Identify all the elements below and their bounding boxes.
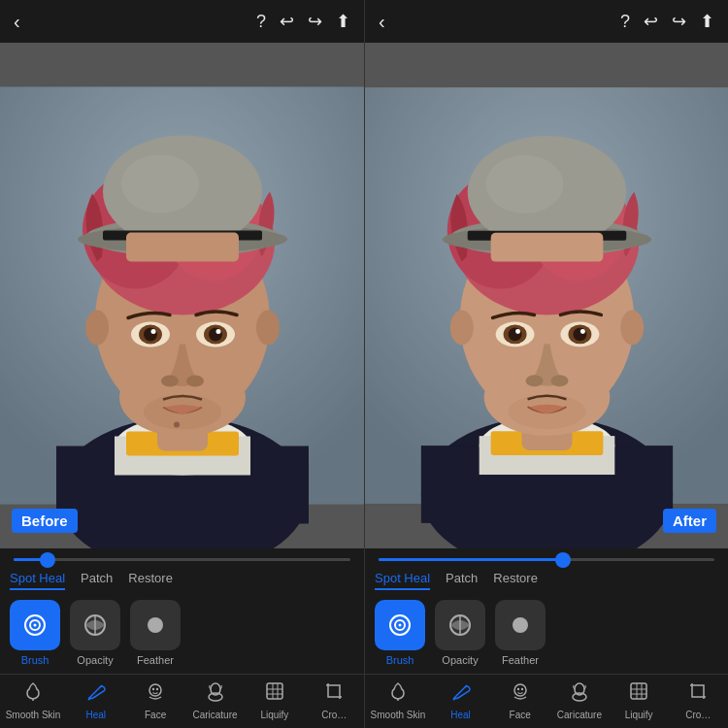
nav-crop-before[interactable]: Cro… xyxy=(310,680,358,720)
smooth-skin-icon-after xyxy=(387,680,409,707)
share-icon-after[interactable]: ⬆ xyxy=(700,11,714,32)
svg-point-25 xyxy=(144,328,157,342)
svg-point-45 xyxy=(209,693,222,701)
tab-spot-heal-after[interactable]: Spot Heal xyxy=(375,571,430,590)
nav-caricature-label-after: Caricature xyxy=(557,710,602,720)
svg-point-64 xyxy=(620,310,644,345)
svg-point-41 xyxy=(149,684,161,696)
bottom-nav-before: Smooth Skin Heal xyxy=(0,674,364,728)
svg-point-84 xyxy=(509,394,586,429)
undo-icon[interactable]: ↩ xyxy=(280,11,294,32)
svg-point-43 xyxy=(156,688,158,690)
nav-smooth-skin-after[interactable]: Smooth Skin xyxy=(371,680,426,720)
svg-point-93 xyxy=(521,688,523,690)
svg-point-34 xyxy=(144,395,221,430)
help-icon-after[interactable]: ? xyxy=(620,12,630,32)
svg-point-92 xyxy=(517,688,519,690)
svg-point-91 xyxy=(514,684,526,696)
nav-liquify-before[interactable]: Liquify xyxy=(250,680,299,720)
nav-liquify-label-after: Liquify xyxy=(625,710,653,720)
slider-thumb-after[interactable] xyxy=(555,552,571,568)
nav-heal-before[interactable]: Heal xyxy=(72,680,120,720)
nav-caricature-after[interactable]: Caricature xyxy=(555,680,604,720)
nav-heal-after[interactable]: Heal xyxy=(437,680,485,720)
tool-brush-before[interactable]: Brush xyxy=(10,600,60,666)
back-icon[interactable]: ‹ xyxy=(14,11,20,33)
tool-opacity-after[interactable]: Opacity xyxy=(435,600,485,666)
svg-point-90 xyxy=(513,617,528,633)
slider-track-before[interactable] xyxy=(14,558,350,561)
nav-smooth-skin-before[interactable]: Smooth Skin xyxy=(6,680,61,720)
face-icon-after xyxy=(510,680,531,707)
svg-point-82 xyxy=(526,375,544,386)
svg-point-37 xyxy=(34,624,37,627)
opacity-icon-box-after xyxy=(435,600,485,650)
undo-icon-after[interactable]: ↩ xyxy=(644,11,658,32)
top-bar-left-after: ‹ xyxy=(379,11,385,33)
svg-point-29 xyxy=(209,328,222,342)
nav-crop-after[interactable]: Cro… xyxy=(674,680,722,720)
before-panel: ‹ ? ↩ ↪ ⬆ xyxy=(0,0,364,728)
brush-label-before: Brush xyxy=(21,654,50,666)
nav-face-before[interactable]: Face xyxy=(131,680,180,720)
smooth-skin-icon-before xyxy=(22,680,44,707)
svg-point-77 xyxy=(515,329,520,334)
svg-point-21 xyxy=(121,155,199,214)
feather-label-after: Feather xyxy=(502,654,539,666)
nav-smooth-skin-label-before: Smooth Skin xyxy=(6,710,61,720)
after-badge: After xyxy=(663,509,716,533)
slider-thumb-before[interactable] xyxy=(40,552,55,568)
tab-patch-after[interactable]: Patch xyxy=(446,571,478,590)
tab-restore-before[interactable]: Restore xyxy=(128,571,173,590)
nav-liquify-after[interactable]: Liquify xyxy=(614,680,663,720)
opacity-icon-box-before xyxy=(70,600,120,650)
nav-liquify-label-before: Liquify xyxy=(260,710,288,720)
nav-crop-label-after: Cro… xyxy=(685,710,711,720)
opacity-label-before: Opacity xyxy=(77,654,113,666)
svg-point-80 xyxy=(573,327,586,341)
svg-point-40 xyxy=(148,617,163,633)
redo-icon[interactable]: ↪ xyxy=(308,11,322,32)
slider-track-after[interactable] xyxy=(379,558,714,561)
tool-brush-after[interactable]: Brush xyxy=(375,600,425,666)
help-icon[interactable]: ? xyxy=(256,12,266,32)
after-panel: ‹ ? ↩ ↪ ⬆ xyxy=(364,0,728,728)
nav-face-after[interactable]: Face xyxy=(496,680,545,720)
svg-point-13 xyxy=(256,311,280,346)
liquify-icon-before xyxy=(264,680,285,707)
back-icon-after[interactable]: ‹ xyxy=(379,11,385,33)
face-icon-before xyxy=(145,680,166,707)
tool-opacity-before[interactable]: Opacity xyxy=(70,600,120,666)
bottom-panel-after: Spot Heal Patch Restore Brush xyxy=(365,548,728,728)
svg-point-31 xyxy=(161,376,179,387)
svg-rect-73 xyxy=(491,233,604,262)
svg-point-26 xyxy=(151,329,156,334)
before-badge: Before xyxy=(12,509,78,533)
caricature-icon-after xyxy=(569,680,590,707)
svg-point-87 xyxy=(399,624,402,627)
slider-row-after xyxy=(365,548,728,567)
tool-feather-before[interactable]: Feather xyxy=(130,600,181,666)
tool-feather-after[interactable]: Feather xyxy=(495,600,546,666)
top-bar-before: ‹ ? ↩ ↪ ⬆ xyxy=(0,0,364,43)
redo-icon-after[interactable]: ↪ xyxy=(672,11,686,32)
svg-rect-96 xyxy=(631,683,646,699)
nav-heal-label-after: Heal xyxy=(450,710,471,720)
slider-row-before xyxy=(0,548,364,567)
slider-fill-after xyxy=(379,558,563,561)
brush-label-after: Brush xyxy=(386,654,414,666)
feather-icon-box-before xyxy=(130,600,181,650)
svg-point-12 xyxy=(85,311,109,346)
tab-restore-after[interactable]: Restore xyxy=(493,571,538,590)
tab-patch-before[interactable]: Patch xyxy=(81,571,113,590)
svg-rect-22 xyxy=(126,233,239,262)
brush-icon-box-after xyxy=(375,600,425,650)
brush-icon-box-before xyxy=(10,600,60,650)
share-icon[interactable]: ⬆ xyxy=(336,11,350,32)
nav-caricature-before[interactable]: Caricature xyxy=(191,680,240,720)
tab-spot-heal-before[interactable]: Spot Heal xyxy=(10,571,65,590)
nav-face-label-before: Face xyxy=(145,710,166,720)
tool-icons-after: Brush Opacity Feather xyxy=(365,592,728,670)
nav-smooth-skin-label-after: Smooth Skin xyxy=(371,710,426,720)
svg-point-32 xyxy=(186,376,204,387)
